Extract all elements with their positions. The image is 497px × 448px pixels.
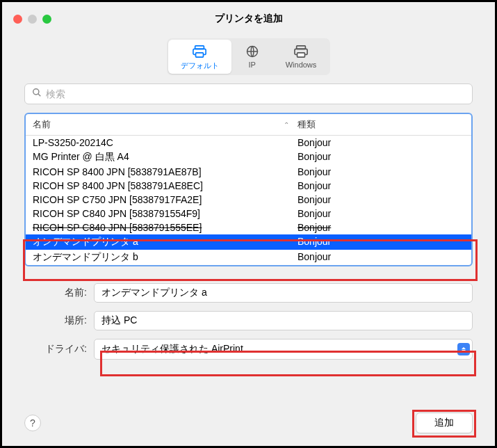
list-cell-kind: Bonjour	[298, 194, 464, 205]
windows-printer-icon	[293, 44, 309, 59]
search-box[interactable]	[24, 83, 473, 104]
list-row[interactable]: RICOH SP C840 JPN [5838791554F9]Bonjour	[26, 207, 471, 221]
tab-ip[interactable]: IP	[231, 40, 273, 74]
minimize-window-button[interactable]	[28, 15, 37, 24]
list-cell-name: LP-S3250-20214C	[33, 137, 298, 148]
tab-windows-label: Windows	[286, 61, 317, 69]
list-cell-kind: Bonjour	[298, 151, 464, 163]
list-cell-name: MG Printer @ 白黒 A4	[33, 151, 298, 163]
list-cell-kind: Bonjour	[298, 137, 464, 148]
svg-line-8	[38, 94, 41, 97]
list-body[interactable]: LP-S3250-20214CBonjourMG Printer @ 白黒 A4…	[26, 136, 471, 265]
close-window-button[interactable]	[13, 15, 22, 24]
list-row[interactable]: オンデマンドプリンタ aBonjour	[26, 234, 471, 250]
add-button[interactable]: 追加	[416, 413, 473, 433]
form-row-location: 場所:	[24, 311, 473, 330]
list-cell-name: RICOH SP 8400 JPN [5838791AE87B]	[33, 166, 298, 177]
driver-label: ドライバ:	[24, 343, 94, 355]
tab-windows[interactable]: Windows	[273, 40, 329, 74]
titlebar: プリンタを追加	[2, 2, 495, 35]
list-row[interactable]: RICOH SP C750 JPN [58387917FA2E]Bonjour	[26, 193, 471, 207]
content: 名前 ⌃ 種類 LP-S3250-20214CBonjourMG Printer…	[2, 83, 495, 360]
tab-default[interactable]: デフォルト	[168, 40, 231, 74]
list-row[interactable]: オンデマンドプリンタ bBonjour	[26, 250, 471, 265]
name-label: 名前:	[24, 287, 94, 299]
driver-select-wrap: セキュリティ保護された AirPrint	[94, 339, 473, 360]
tab-ip-label: IP	[248, 61, 255, 69]
traffic-lights	[13, 15, 51, 24]
form-area: 名前: 場所: ドライバ: セキュリティ保護された AirPrint	[24, 268, 473, 360]
printer-icon	[191, 44, 208, 59]
list-cell-kind: Bonjour	[298, 166, 464, 177]
svg-rect-6	[298, 53, 305, 57]
list-cell-name: RICOH SP C840 JPN [5838791555EE]	[33, 222, 298, 233]
search-input[interactable]	[46, 88, 465, 99]
svg-point-7	[33, 89, 39, 95]
printer-list: 名前 ⌃ 種類 LP-S3250-20214CBonjourMG Printer…	[24, 113, 473, 266]
list-row[interactable]: RICOH SP 8400 JPN [5838791AE87B]Bonjour	[26, 165, 471, 179]
list-header: 名前 ⌃ 種類	[26, 114, 471, 136]
sort-caret-icon: ⌃	[284, 121, 289, 129]
list-cell-name: オンデマンドプリンタ a	[33, 236, 298, 248]
list-cell-kind: Bonjour	[298, 222, 464, 233]
location-label: 場所:	[24, 314, 94, 327]
toolbar-group: デフォルト IP Windows	[167, 38, 331, 75]
list-row[interactable]: RICOH SP 8400 JPN [5838791AE8EC]Bonjour	[26, 179, 471, 193]
toolbar: デフォルト IP Windows	[2, 35, 495, 83]
list-cell-name: RICOH SP 8400 JPN [5838791AE8EC]	[33, 180, 298, 191]
driver-select[interactable]: セキュリティ保護された AirPrint	[94, 339, 473, 360]
list-cell-name: RICOH SP C750 JPN [58387917FA2E]	[33, 194, 298, 205]
window-title: プリンタを追加	[215, 13, 283, 25]
column-header-name[interactable]: 名前 ⌃	[33, 118, 298, 131]
location-field[interactable]	[94, 311, 473, 330]
list-cell-kind: Bonjour	[298, 236, 464, 248]
list-cell-kind: Bonjour	[298, 251, 464, 264]
form-row-name: 名前:	[24, 283, 473, 303]
search-icon	[32, 88, 42, 100]
help-button[interactable]: ?	[24, 415, 41, 431]
zoom-window-button[interactable]	[42, 15, 51, 24]
list-cell-name: RICOH SP C840 JPN [5838791554F9]	[33, 208, 298, 219]
tab-default-label: デフォルト	[181, 61, 219, 71]
svg-rect-2	[196, 53, 204, 57]
list-row[interactable]: RICOH SP C840 JPN [5838791555EE]Bonjour	[26, 221, 471, 234]
list-cell-name: オンデマンドプリンタ b	[33, 251, 298, 264]
list-row[interactable]: MG Printer @ 白黒 A4Bonjour	[26, 150, 471, 165]
list-cell-kind: Bonjour	[298, 180, 464, 191]
footer: ? 追加	[24, 413, 473, 433]
form-row-driver: ドライバ: セキュリティ保護された AirPrint	[24, 339, 473, 360]
globe-icon	[244, 44, 261, 59]
list-cell-kind: Bonjour	[298, 208, 464, 219]
name-field[interactable]	[94, 283, 473, 303]
list-row[interactable]: LP-S3250-20214CBonjour	[26, 136, 471, 150]
column-header-kind[interactable]: 種類	[298, 118, 464, 131]
